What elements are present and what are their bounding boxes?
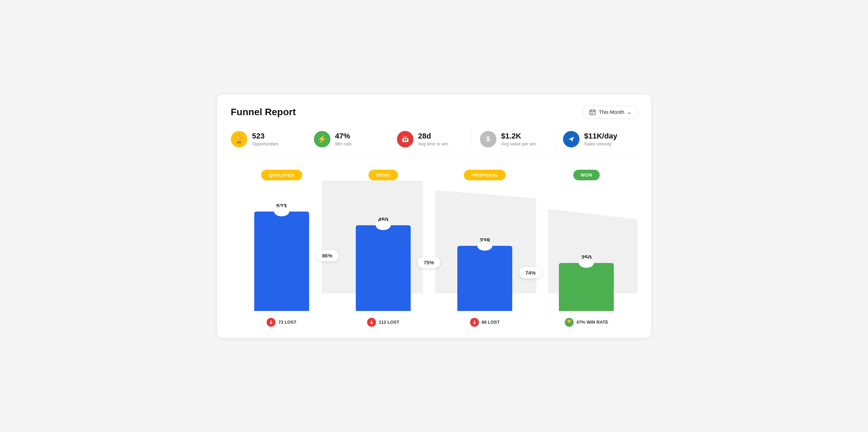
conversion-demo-proposal: 75% bbox=[418, 257, 440, 268]
lost-label-demo: 112 LOST bbox=[379, 320, 399, 325]
bottom-qualified: 73 LOST bbox=[231, 318, 332, 327]
trophy-icon: 🏆 bbox=[231, 131, 247, 147]
bottom-demo: 112 LOST bbox=[332, 318, 434, 327]
page-title: Funnel Report bbox=[231, 107, 296, 118]
stat-opportunities: 🏆 523 Opportunities bbox=[231, 128, 306, 150]
calendar-icon bbox=[589, 109, 596, 116]
bottom-proposal: 88 LOST bbox=[434, 318, 536, 327]
stat-sales-velocity-label: Sales velocity bbox=[584, 141, 618, 146]
lost-icon-demo bbox=[367, 318, 376, 327]
lost-icon-proposal bbox=[470, 318, 479, 327]
stage-won: WON 250 bbox=[536, 167, 637, 311]
stage-proposal-label-wrap: PROPOSAL bbox=[464, 170, 506, 180]
win-rate-label: 47% WIN RATE bbox=[576, 320, 608, 325]
svg-rect-1 bbox=[591, 112, 591, 113]
stat-win-rate-label: Win rate bbox=[335, 141, 352, 146]
stat-avg-time-label: Avg time to win bbox=[418, 141, 448, 146]
header: Funnel Report This Month ⌄ bbox=[231, 106, 637, 119]
svg-rect-2 bbox=[592, 112, 593, 113]
dollar-icon: $ bbox=[480, 131, 496, 147]
stat-avg-time: 📅 28d Avg time to win bbox=[389, 128, 472, 150]
svg-rect-3 bbox=[594, 112, 594, 113]
stats-row: 🏆 523 Opportunities ⚡ 47% Win rate 📅 28d… bbox=[231, 128, 637, 159]
calendar-stat-icon: 📅 bbox=[397, 131, 413, 147]
conversion-proposal-won: 74% bbox=[519, 267, 542, 278]
conversion-qualified-demo: 86% bbox=[316, 250, 339, 261]
stat-avg-time-value: 28d bbox=[418, 132, 448, 141]
lightning-icon: ⚡ bbox=[314, 131, 330, 147]
funnel-chart: QUALIFIED 523 86% bbox=[231, 167, 637, 327]
stage-demo-label: DEMO bbox=[368, 170, 398, 180]
send-icon bbox=[563, 131, 579, 147]
stage-won-label: WON bbox=[573, 170, 600, 180]
stage-won-label-wrap: WON bbox=[573, 170, 600, 180]
stat-win-rate-value: 47% bbox=[335, 132, 352, 141]
stat-avg-value-label: Avg value per win bbox=[501, 141, 536, 146]
lost-label-qualified: 73 LOST bbox=[278, 320, 296, 325]
stat-avg-value: $ $1.2K Avg value per win bbox=[472, 128, 555, 150]
stat-opportunities-label: Opportunities bbox=[252, 141, 279, 146]
lost-label-proposal: 88 LOST bbox=[482, 320, 500, 325]
stat-sales-velocity: $11K/day Sales velocity bbox=[555, 128, 637, 150]
stat-avg-value-value: $1.2K bbox=[501, 132, 536, 141]
stat-opportunities-value: 523 bbox=[252, 132, 279, 141]
stat-sales-velocity-value: $11K/day bbox=[584, 132, 618, 141]
lost-icon-qualified bbox=[267, 318, 275, 327]
stage-proposal-label: PROPOSAL bbox=[464, 170, 506, 180]
stage-qualified-label: QUALIFIED bbox=[261, 170, 302, 180]
stage-demo: DEMO 450 75% bbox=[332, 167, 434, 311]
stage-qualified-label-wrap: QUALIFIED bbox=[261, 170, 302, 180]
stage-qualified: QUALIFIED 523 86% bbox=[231, 167, 332, 311]
date-filter-button[interactable]: This Month ⌄ bbox=[583, 106, 637, 119]
svg-rect-4 bbox=[591, 113, 591, 114]
main-card: Funnel Report This Month ⌄ 🏆 523 Opportu… bbox=[217, 95, 651, 338]
bottom-won: 🏆 47% WIN RATE bbox=[536, 318, 637, 327]
stage-proposal: PROPOSAL 338 74% bbox=[434, 167, 536, 311]
date-filter-label: This Month bbox=[599, 109, 624, 115]
svg-rect-5 bbox=[592, 113, 593, 114]
chevron-down-icon: ⌄ bbox=[627, 109, 632, 115]
stat-win-rate: ⚡ 47% Win rate bbox=[306, 128, 389, 150]
stage-demo-label-wrap: DEMO bbox=[368, 170, 398, 180]
win-icon: 🏆 bbox=[565, 318, 574, 327]
bottom-stats-row: 73 LOST 112 LOST 88 LOST 🏆 47% WIN RATE bbox=[231, 318, 637, 327]
